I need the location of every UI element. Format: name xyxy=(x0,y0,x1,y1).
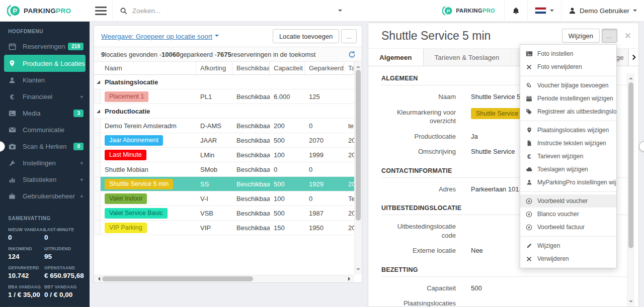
wrench-icon xyxy=(8,159,16,167)
topbar-right-cluster: P PARKINGPRO Demo Gebruiker xyxy=(435,0,644,22)
tab-tarieven-toeslagen[interactable]: Tarieven & Toeslagen xyxy=(424,49,511,66)
menu-item-voorbeeld-factuur[interactable]: Voorbeeld factuur xyxy=(520,221,616,234)
app-logo[interactable]: P PARKINGPRO xyxy=(0,0,90,22)
col-capaciteit[interactable]: Capaciteit xyxy=(270,62,305,74)
table-row-shuttle-service-selected[interactable]: Shuttle Service 5 min SS Beschikbaar 500… xyxy=(94,177,354,191)
sidebar-item-gebruikersbeheer[interactable]: Gebruikersbeheer + xyxy=(0,188,90,204)
tab-scroll-right-icon[interactable] xyxy=(628,49,638,66)
download-icon xyxy=(525,197,533,205)
stat-bba-vandaag: BBA VANDAAG1 / € 35,00 xyxy=(8,284,40,298)
sidebar-item-financieel[interactable]: € Financieel + xyxy=(0,88,90,105)
stat-inkomend: INKOMEND124 xyxy=(8,246,40,260)
briefcase-icon xyxy=(8,192,16,200)
edit-button[interactable]: Wijzigen xyxy=(562,29,600,43)
notifications-bell-icon[interactable] xyxy=(504,0,527,22)
sidebar-section-samenvatting: SAMENVATTING xyxy=(0,209,90,225)
scroll-left-icon[interactable] xyxy=(96,277,100,281)
location-color-badge: Placement 1 xyxy=(105,91,148,102)
table-row-demo-terein[interactable]: Demo Terein Amsteradm D-AMS Beschikbaar … xyxy=(94,119,354,133)
menu-item-plaatsingslocaties-wijzigen[interactable]: Plaatsingslocaties wijzigen xyxy=(520,124,616,137)
stat-uitrijdend: UITRIJDEND95 xyxy=(44,246,90,260)
user-menu[interactable]: Demo Gebruiker xyxy=(561,0,644,22)
field-capaciteit: Capaciteit 500 xyxy=(381,284,627,293)
table-row-jaar-abonnement[interactable]: Jaar Abonnement JAAR Beschikbaar 500 207… xyxy=(94,133,354,148)
menu-item-voorbeeld-voucher[interactable]: Voorbeeld voucher xyxy=(520,194,616,208)
table-row-valet-service-basic[interactable]: Valet Service Basic VSB Beschikbaar 500 … xyxy=(94,206,354,221)
menu-item-blanco-voucher[interactable]: Blanco voucher xyxy=(520,208,616,221)
table-row-vip-parking[interactable]: VIP Parking VIP Beschikbaar 150 1950 20 xyxy=(94,221,354,235)
menu-item-tarieven-wijzigen[interactable]: € Tarieven wijzigen xyxy=(520,150,616,163)
scrollbar-thumb[interactable] xyxy=(102,276,253,281)
col-tarief[interactable]: Ta xyxy=(344,62,354,74)
menu-item-periode-instellingen[interactable]: Periode instellingen wijzigen xyxy=(520,92,616,105)
parkingpro-logo-icon-small: P xyxy=(442,6,453,16)
scroll-right-icon[interactable] xyxy=(348,277,352,281)
scroll-up-icon[interactable] xyxy=(356,64,360,68)
scroll-up-icon[interactable] xyxy=(629,75,633,79)
scrollbar-thumb[interactable] xyxy=(356,70,361,221)
menu-item-myparkingpro-instellingen[interactable]: MyParkingPro instellingen wijzigen xyxy=(520,176,616,189)
col-afkorting[interactable]: Afkorting xyxy=(196,62,232,74)
menu-item-foto-instellen[interactable]: Foto instellen xyxy=(520,47,616,60)
menu-item-registreer-uitbestedingslocatie[interactable]: Registreer als uitbestedingslocatie xyxy=(520,105,616,118)
media-count-badge: 3 xyxy=(73,110,84,117)
sidebar-item-communicatie[interactable]: Communicatie xyxy=(0,122,90,138)
menu-item-wijzigen[interactable]: Wijzigen xyxy=(520,239,616,252)
col-beschikbaar[interactable]: Beschikbaar xyxy=(232,62,270,74)
sidebar-item-producten-locaties[interactable]: Producten & Locaties xyxy=(4,55,86,72)
col-naam[interactable]: Naam xyxy=(101,62,196,74)
user-icon xyxy=(569,7,576,15)
refresh-icon[interactable] xyxy=(348,51,356,58)
cloud-icon xyxy=(525,166,533,173)
camera-icon xyxy=(8,143,16,151)
search-input[interactable] xyxy=(132,7,313,15)
col-geparkeerd[interactable]: Geparkeerd xyxy=(305,62,344,74)
view-caret-icon xyxy=(215,35,219,39)
topbar-brand[interactable]: P PARKINGPRO xyxy=(435,0,504,22)
sidebar-item-media[interactable]: Media 3 xyxy=(0,105,90,122)
language-selector[interactable] xyxy=(527,0,561,22)
sidebar-item-scan-herken[interactable]: Scan & Herken 0 xyxy=(0,138,90,155)
menu-item-verwijderen[interactable]: Verwijderen xyxy=(520,252,616,265)
view-grouping-link[interactable]: Weergave: Groepeer op locatie soort xyxy=(101,33,219,40)
add-location-button[interactable]: Locatie toevoegen xyxy=(273,29,339,43)
table-row-valet-indoor[interactable]: Valet Indoor V-I Beschikbaar 100 0 Te xyxy=(94,191,354,206)
table-row-shuttle-mobian[interactable]: Shuttle Mobian SMob Beschikbaar 0 0 xyxy=(94,162,354,177)
location-color-badge: Last Minute xyxy=(105,150,146,160)
list-vertical-scrollbar[interactable] xyxy=(354,62,362,274)
right-pane-resize-handle[interactable] xyxy=(639,141,644,152)
stat-bbt-vandaag: BBT VANDAAG0 / € 0,00 xyxy=(44,284,90,298)
sidebar-item-klanten[interactable]: Klanten xyxy=(0,72,90,88)
locations-table: Naam Afkorting Beschikbaar Capaciteit Ge… xyxy=(94,62,354,274)
menu-item-toeslagen-wijzigen[interactable]: Toeslagen wijzigen xyxy=(520,163,616,176)
table-row-last-minute[interactable]: Last Minute LMin Beschikbaar 100 1999 20 xyxy=(94,148,354,162)
scroll-down-icon[interactable] xyxy=(356,268,360,272)
menu-item-foto-verwijderen[interactable]: Foto verwijderen xyxy=(520,60,616,73)
detail-vertical-scrollbar[interactable] xyxy=(627,73,634,306)
parkingpro-logo-icon: P xyxy=(7,4,21,18)
menu-item-voucher-bijlage[interactable]: Voucher bijlage toevoegen xyxy=(520,79,616,92)
sidebar-item-statistieken[interactable]: Statistieken + xyxy=(0,171,90,188)
group-row-productlocatie[interactable]: Productlocatie xyxy=(94,104,354,119)
close-icon[interactable]: ✕ xyxy=(624,31,631,41)
list-horizontal-scrollbar[interactable] xyxy=(94,275,354,282)
list-more-button[interactable]: ... xyxy=(341,29,357,43)
menu-divider xyxy=(520,191,616,192)
sidebar-item-reserveringen[interactable]: Reserveringen 219 xyxy=(0,38,90,55)
nl-flag-icon xyxy=(535,7,546,14)
group-row-plaatsingslocatie[interactable]: Plaatsingslocatie xyxy=(94,75,354,89)
scrollbar-thumb[interactable] xyxy=(628,82,633,248)
scroll-down-icon[interactable] xyxy=(629,300,633,304)
collapse-triangle-icon[interactable] xyxy=(97,110,100,113)
collapse-triangle-icon[interactable] xyxy=(97,80,100,84)
hamburger-menu-icon[interactable] xyxy=(90,0,113,22)
menu-item-instructie-teksten[interactable]: Instructie teksten wijzigen xyxy=(520,137,616,150)
sidebar-item-instellingen[interactable]: Instellingen + xyxy=(0,155,90,171)
stat-openstaand: OPENSTAAND€ 650.975,68 xyxy=(44,265,90,279)
detail-more-button[interactable]: ... xyxy=(602,29,617,43)
location-color-badge: VIP Parking xyxy=(105,223,147,233)
table-row-placement-1[interactable]: Placement 1 PL1 Beschikbaar 6.000 125 xyxy=(94,89,354,104)
image-icon xyxy=(8,110,16,118)
search-scope-caret-icon[interactable] xyxy=(338,10,342,14)
tab-algemeen[interactable]: Algemeen xyxy=(368,49,424,66)
